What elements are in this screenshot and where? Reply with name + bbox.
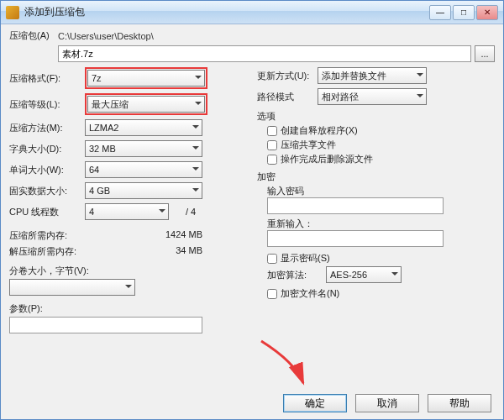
dialog-content: 压缩包(A) C:\Users\user\Desktop\ ... 压缩格式(F… xyxy=(1,24,503,337)
button-bar: 确定 取消 帮助 xyxy=(283,394,491,412)
cancel-button[interactable]: 取消 xyxy=(355,394,419,412)
password-input[interactable] xyxy=(267,197,444,214)
pw1-label: 输入密码 xyxy=(267,185,495,197)
encnames-checkbox[interactable]: 加密文件名(N) xyxy=(267,287,495,300)
split-label: 分卷大小，字节(V): xyxy=(9,265,247,277)
method-select[interactable]: LZMA2 xyxy=(85,119,202,136)
password-confirm-input[interactable] xyxy=(267,230,444,247)
params-label: 参数(P): xyxy=(9,302,247,315)
algo-select[interactable]: AES-256 xyxy=(326,266,402,283)
threads-select[interactable]: 4 xyxy=(85,203,169,220)
pathmode-select[interactable]: 相对路径 xyxy=(318,88,427,105)
pw2-label: 重新输入： xyxy=(267,218,495,230)
delete-checkbox[interactable]: 操作完成后删除源文件 xyxy=(267,153,495,165)
highlight-level: 最大压缩 xyxy=(85,93,207,115)
word-select[interactable]: 64 xyxy=(85,161,202,178)
maximize-button[interactable]: □ xyxy=(453,5,475,20)
left-column: 压缩格式(F): 7z 压缩等级(L): 最大压缩 压缩方法(M): LZMA2 xyxy=(9,67,247,333)
highlight-format: 7z xyxy=(85,67,207,89)
minimize-button[interactable]: — xyxy=(429,5,451,20)
word-label: 单词大小(W): xyxy=(9,164,85,176)
pathmode-label: 路径模式 xyxy=(257,91,318,103)
encrypt-group-title: 加密 xyxy=(257,171,495,183)
sfx-checkbox[interactable]: 创建自释放程序(X) xyxy=(267,124,495,137)
mem-decomp-value: 34 MB xyxy=(176,245,202,258)
format-select[interactable]: 7z xyxy=(87,70,205,87)
app-icon xyxy=(6,6,19,19)
threads-max: / 4 xyxy=(186,207,196,217)
mem-comp-label: 压缩所需内存: xyxy=(9,229,67,242)
update-label: 更新方式(U): xyxy=(257,70,318,82)
algo-label: 加密算法: xyxy=(267,269,326,281)
ok-button[interactable]: 确定 xyxy=(283,394,347,412)
showpw-checkbox[interactable]: 显示密码(S) xyxy=(267,252,495,265)
method-label: 压缩方法(M): xyxy=(9,122,85,134)
update-select[interactable]: 添加并替换文件 xyxy=(318,67,427,84)
level-select[interactable]: 最大压缩 xyxy=(87,96,205,113)
dict-label: 字典大小(D): xyxy=(9,143,85,155)
level-label: 压缩等级(L): xyxy=(9,98,85,111)
archive-name-input[interactable] xyxy=(58,45,471,62)
mem-decomp-label: 解压缩所需内存: xyxy=(9,245,76,258)
archive-dir: C:\Users\user\Desktop\ xyxy=(58,31,154,41)
help-button[interactable]: 帮助 xyxy=(428,394,491,412)
threads-label: CPU 线程数 xyxy=(9,206,85,218)
share-checkbox[interactable]: 压缩共享文件 xyxy=(267,139,495,151)
mem-comp-value: 1424 MB xyxy=(165,229,202,242)
close-button[interactable]: ✕ xyxy=(476,5,498,20)
params-input[interactable] xyxy=(9,317,202,333)
dialog-window: 添加到压缩包 — □ ✕ 压缩包(A) C:\Users\user\Deskto… xyxy=(0,0,504,420)
right-column: 更新方式(U): 添加并替换文件 路径模式 相对路径 选项 创建自释放程序(X)… xyxy=(257,67,495,333)
browse-button[interactable]: ... xyxy=(475,45,495,62)
solid-select[interactable]: 4 GB xyxy=(85,182,202,199)
options-group-title: 选项 xyxy=(257,110,495,123)
annotation-arrow xyxy=(253,337,354,396)
archive-label: 压缩包(A) xyxy=(9,29,58,42)
titlebar[interactable]: 添加到压缩包 — □ ✕ xyxy=(1,1,503,24)
dict-select[interactable]: 32 MB xyxy=(85,140,202,157)
window-title: 添加到压缩包 xyxy=(24,5,85,19)
format-label: 压缩格式(F): xyxy=(9,72,85,85)
solid-label: 固实数据大小: xyxy=(9,185,85,197)
split-select[interactable] xyxy=(9,279,135,296)
